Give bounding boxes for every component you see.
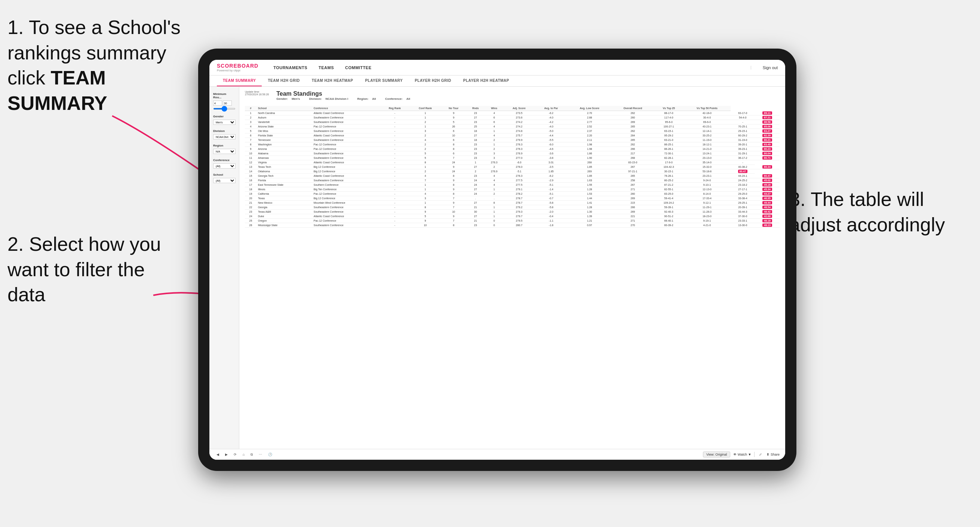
score-badge: 45.34 <box>762 187 772 191</box>
table-row: 10AlabamaSoutheastern Conference-5623327… <box>245 151 780 156</box>
col-vs-top50[interactable]: Vs Top 50 Points <box>684 106 730 111</box>
table-row: 20TexasBig 12 Conference-37..278.7-0.71.… <box>245 196 780 201</box>
sub-nav: TEAM SUMMARY TEAM H2H GRID TEAM H2H HEAT… <box>209 76 785 87</box>
sign-out-link[interactable]: Sign out <box>763 65 778 70</box>
table-row: 21New MexicoMountain West Conference-192… <box>245 201 780 205</box>
score-badge: 43.27 <box>762 192 772 195</box>
score-badge: 80.04 <box>762 152 772 155</box>
conference-tag-value: All <box>406 97 410 100</box>
minimum-rank-filter: Minimum Rou... <box>213 92 235 110</box>
nav-tournaments[interactable]: TOURNAMENTS <box>273 64 307 71</box>
col-vs-top25[interactable]: Vs Top 25 <box>654 106 684 111</box>
score-badge: 86.58 <box>762 121 772 124</box>
nav-teams[interactable]: TEAMS <box>318 64 334 71</box>
division-label: Division <box>213 129 235 133</box>
nav-committee[interactable]: COMMITTEE <box>345 64 372 71</box>
score-badge: 85.08 <box>762 125 772 128</box>
table-row: 6Florida StateAtlantic Coast Conference-… <box>245 133 780 138</box>
tab-player-summary[interactable]: PLAYER SUMMARY <box>359 76 409 86</box>
score-badge: 45.16 <box>762 183 772 187</box>
score-badge: 80.47 <box>738 170 748 173</box>
instruction-3: 3. The table will adjust accordingly <box>789 187 969 237</box>
gender-filter: Gender Men's <box>213 115 235 125</box>
update-time: Update time: 27/03/2024 16:56:26 <box>245 90 269 96</box>
col-conference[interactable]: Conference <box>312 106 380 111</box>
col-school[interactable]: School <box>256 106 312 111</box>
table-row: 9ArizonaPac-12 Conference-28232276.3-4.6… <box>245 147 780 151</box>
table-row: 15Georgia TechAtlantic Coast Conference-… <box>245 174 780 178</box>
tab-team-h2h-grid[interactable]: TEAM H2H GRID <box>262 76 305 86</box>
table-row: 25OregonPac-12 Conference-97210279.5-1.1… <box>245 219 780 223</box>
score-badge: 89.11 <box>762 111 772 115</box>
score-badge: 49.44 <box>762 201 772 205</box>
col-reg-rank[interactable]: Reg Rank <box>380 106 409 111</box>
col-avg-to-par[interactable]: Avg. to Par <box>535 106 568 111</box>
gender-select[interactable]: Men's <box>213 120 235 125</box>
region-tag-value: All <box>372 97 376 100</box>
filters-panel: Minimum Rou... Gender Men's Division <box>209 87 239 449</box>
col-wins[interactable]: Wins <box>485 106 504 111</box>
view-original-button[interactable]: View: Original <box>703 451 730 457</box>
logo-text: SCOREBOARD <box>217 63 258 69</box>
min-rank-max-input[interactable] <box>223 100 232 106</box>
region-select[interactable]: N/A <box>213 149 235 154</box>
score-badge: 83.27 <box>762 129 772 133</box>
min-rank-slider[interactable] <box>213 108 235 110</box>
tab-team-h2h-heatmap[interactable]: TEAM H2H HEATMAP <box>306 76 360 86</box>
table-row: 26Mississippi StateSoutheastern Conferen… <box>245 223 780 228</box>
col-rnds[interactable]: Rnds <box>466 106 485 111</box>
table-area: Update time: 27/03/2024 16:56:26 Team St… <box>239 87 785 449</box>
instruction-1: 1. To see a School's rankings summary cl… <box>8 15 187 116</box>
toolbar-home[interactable]: ⌂ <box>241 452 246 457</box>
main-content: Minimum Rou... Gender Men's Division <box>209 87 785 449</box>
toolbar-refresh[interactable]: ⟳ <box>232 452 238 457</box>
watch-button[interactable]: 👁 Watch ▼ <box>733 452 751 456</box>
table-row: 8WashingtonPac-12 Conference-28231276.3-… <box>245 143 780 147</box>
score-badge: 46.95 <box>762 197 772 200</box>
conference-label: Conference <box>213 159 235 162</box>
share-button[interactable]: ⬆ Share <box>767 452 780 456</box>
school-select[interactable]: (All) <box>213 178 235 183</box>
bottom-toolbar: ◀ ▶ ⟳ ⌂ ⧉ ⋯ 🕐 View: Original 👁 Watch ▼ ⤢… <box>209 449 785 460</box>
table-row: 12VirginiaAtlantic Coast Conference-8241… <box>245 160 780 165</box>
school-filter: School (All) <box>213 173 235 183</box>
tab-player-h2h-heatmap[interactable]: PLAYER H2H HEATMAP <box>457 76 515 86</box>
table-row: 4Arizona StatePac-12 Conference-12625427… <box>245 124 780 129</box>
toolbar-clock[interactable]: 🕐 <box>267 452 274 457</box>
score-badge: 82.39 <box>762 134 772 137</box>
score-badge: 87.21 <box>762 116 772 119</box>
score-badge: 83.49 <box>762 143 772 146</box>
toolbar-more[interactable]: ⋯ <box>257 452 264 457</box>
table-row: 14OklahomaBig 12 Conference-2242276.9-5.… <box>245 169 780 174</box>
min-rank-min-input[interactable] <box>213 100 222 106</box>
col-adj-score[interactable]: Adj. Score <box>504 106 535 111</box>
tab-player-h2h-grid[interactable]: PLAYER H2H GRID <box>409 76 457 86</box>
gender-label: Gender <box>213 115 235 118</box>
col-rank[interactable]: # <box>245 106 256 111</box>
toolbar-copy[interactable]: ⧉ <box>249 452 254 457</box>
conference-tag-label: Conference: <box>385 97 403 100</box>
min-rank-label: Minimum Rou... <box>213 92 235 99</box>
region-label: Region <box>213 144 235 147</box>
col-overall[interactable]: Overall Record <box>612 106 654 111</box>
logo-sub: Powered by clippi <box>217 69 258 72</box>
division-filter: Division NCAA Division I <box>213 129 235 140</box>
table-row: 18IllinoisBig Ten Conference-19271279.1-… <box>245 187 780 192</box>
tablet-device: SCOREBOARD Powered by clippi TOURNAMENTS… <box>198 49 796 471</box>
col-conf-rank[interactable]: Conf Rank <box>409 106 441 111</box>
score-badge: 48.54 <box>762 206 772 209</box>
toolbar-forward[interactable]: ▶ <box>224 452 229 457</box>
table-row: 13Texas TechBig 12 Conference-19272276.0… <box>245 165 780 169</box>
col-no-tour[interactable]: No Tour <box>441 106 466 111</box>
table-row: 2AuburnSoutheastern Conference-19276273.… <box>245 116 780 120</box>
division-select[interactable]: NCAA Division I <box>213 134 235 140</box>
toolbar-back[interactable]: ◀ <box>215 452 221 457</box>
col-avg-low[interactable]: Avg. Low Score <box>568 106 612 111</box>
tab-team-summary[interactable]: TEAM SUMMARY <box>217 76 262 86</box>
table-row: 19CaliforniaPac-12 Conference-48242278.2… <box>245 192 780 196</box>
score-badge: 80.21 <box>762 138 772 142</box>
toolbar-expand[interactable]: ⤢ <box>757 452 764 457</box>
region-tag-label: Region: <box>358 97 369 100</box>
table-row: 7TennesseeSoutheastern Conference-461822… <box>245 138 780 143</box>
conference-select[interactable]: (All) <box>213 163 235 168</box>
